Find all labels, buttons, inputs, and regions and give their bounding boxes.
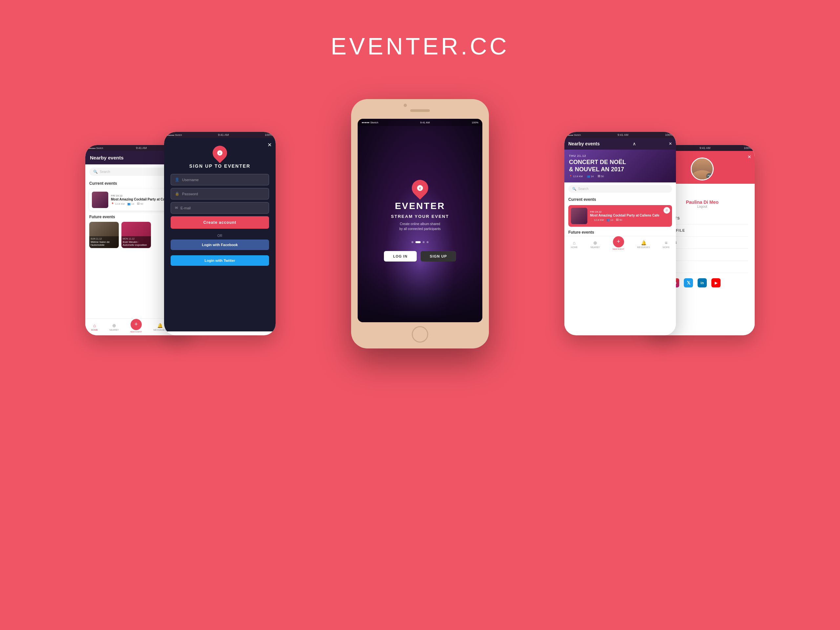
nav-nearby-p4[interactable]: ⊕ NEARBY xyxy=(590,240,600,248)
page-title: EVENTER.CC xyxy=(331,33,509,60)
nav-new-event-p4[interactable]: + NEW EVENT xyxy=(613,239,624,250)
close-icon-phone5[interactable]: ✕ xyxy=(747,154,752,159)
phone-notch xyxy=(351,99,489,119)
center-phone-body: ●●●●● Sketch 9:41 AM 100% e EVENTER STRE… xyxy=(351,99,489,349)
username-field[interactable]: 👤 Username xyxy=(171,174,269,185)
phone4-header: Nearby events ∧ ✕ xyxy=(564,138,676,150)
splash-content: e EVENTER STREAM YOUR EVENT Create onlin… xyxy=(358,119,482,322)
phone-signup: ●●●●● Sketch 9:41 AM 100% ✕ e SIGN UP TO… xyxy=(164,132,276,335)
dot-4 xyxy=(426,241,428,243)
status-bar-phone2: ●●●●● Sketch 9:41 AM 100% xyxy=(164,132,276,138)
user-icon: 👤 xyxy=(175,177,180,182)
dot-2-active xyxy=(415,241,421,243)
nav-nearby[interactable]: ⊕ NEARBY xyxy=(109,323,119,331)
nav-new-event[interactable]: + NEW EVENT xyxy=(130,322,142,332)
profile-avatar: 📷 xyxy=(691,158,714,180)
event-image xyxy=(92,192,108,208)
center-screen: ●●●●● Sketch 9:41 AM 100% e EVENTER STRE… xyxy=(358,119,482,322)
phones-container: ●●●●● Sketch 9:41 AM 100% Nearby events … xyxy=(59,99,781,526)
login-button[interactable]: LOG IN xyxy=(384,251,417,262)
carousel-dots xyxy=(412,241,428,243)
home-button[interactable] xyxy=(412,326,428,343)
youtube-icon[interactable]: ▶ xyxy=(711,278,720,287)
nav-home-p4[interactable]: ⌂ HOME xyxy=(571,240,578,248)
phone-speaker xyxy=(410,109,430,112)
search-bar-phone4[interactable]: 🔍 Search xyxy=(568,185,672,193)
splash-status-bar: ●●●●● Sketch 9:41 AM 100% xyxy=(358,119,482,126)
create-account-button[interactable]: Create account xyxy=(171,216,269,229)
event-meta-red: 📍 12.8 KM 👥 14 🖼 50 xyxy=(590,218,669,221)
email-field[interactable]: ✉ E-mail xyxy=(171,202,269,214)
concert-banner: THU 21.12 CONCERT DE NOËL& NOUVEL AN 201… xyxy=(564,150,676,182)
event-image-phone4 xyxy=(571,208,587,224)
search-icon-phone4: 🔍 xyxy=(572,187,576,191)
search-icon: 🔍 xyxy=(93,170,98,174)
bottom-nav-phone4: ⌂ HOME ⊕ NEARBY + NEW EVENT 🔔 MESSAGES xyxy=(564,236,676,252)
nav-home[interactable]: ⌂ HOME xyxy=(91,323,98,331)
app-logo-pin: e xyxy=(210,143,230,163)
close-icon-phone4[interactable]: ✕ xyxy=(669,141,672,146)
phone-camera xyxy=(404,104,407,107)
lock-icon: 🔒 xyxy=(175,192,180,196)
phone2-screen: ✕ e SIGN UP TO EVENTER 👤 Username 🔒 Pass… xyxy=(164,138,276,332)
facebook-login-button[interactable]: Login with Facebook xyxy=(171,240,269,250)
signup-logo: e SIGN UP TO EVENTER xyxy=(164,138,276,174)
nav-messages-p4[interactable]: 🔔 MESSAGES xyxy=(637,240,650,248)
splash-action-buttons: LOG IN SIGN UP xyxy=(384,251,456,262)
signup-form: 👤 Username 🔒 Password ✉ E-mail Create ac… xyxy=(164,174,276,266)
current-event-card-red[interactable]: FRI 19.12 Most Amazing Cocktail Party at… xyxy=(568,205,672,227)
future-card-2[interactable]: MON 11.12 Ever Meulen : Automotiv exposi… xyxy=(122,222,151,248)
event-info-red: FRI 19.12 Most Amazing Cocktail Party at… xyxy=(590,210,669,221)
phone4-screen: Nearby events ∧ ✕ THU 21.12 CONCERT DE N… xyxy=(564,138,676,332)
splash-logo-pin: e xyxy=(409,176,432,199)
linkedin-icon[interactable]: in xyxy=(698,278,707,287)
dot-1 xyxy=(412,241,414,243)
future-card-1[interactable]: SUN 11.12 96ème Salon de l'automobile xyxy=(89,222,119,248)
twitter-login-button[interactable]: Login with Twitter xyxy=(171,255,269,266)
status-bar-phone4: ●●●● Sketch 9:41 AM 100% xyxy=(564,132,676,138)
camera-icon[interactable]: 📷 xyxy=(706,173,713,180)
twitter-icon[interactable]: 𝕏 xyxy=(684,278,693,287)
dot-3 xyxy=(423,241,425,243)
concert-meta: 📍 12.8 KM 👥 14 🖼 50 xyxy=(569,175,671,178)
signup-button[interactable]: SIGN UP xyxy=(421,251,456,262)
close-button[interactable]: ✕ xyxy=(267,142,272,148)
nav-more-p4[interactable]: ≡ MORE xyxy=(663,240,670,248)
phone-center-eventer: ●●●●● Sketch 9:41 AM 100% e EVENTER STRE… xyxy=(351,99,489,349)
event-timer-badge-red: ⏱ xyxy=(663,207,670,214)
password-field[interactable]: 🔒 Password xyxy=(171,188,269,199)
email-icon: ✉ xyxy=(175,206,178,210)
phone-nearby-events-right: ●●●● Sketch 9:41 AM 100% Nearby events ∧… xyxy=(564,132,676,335)
